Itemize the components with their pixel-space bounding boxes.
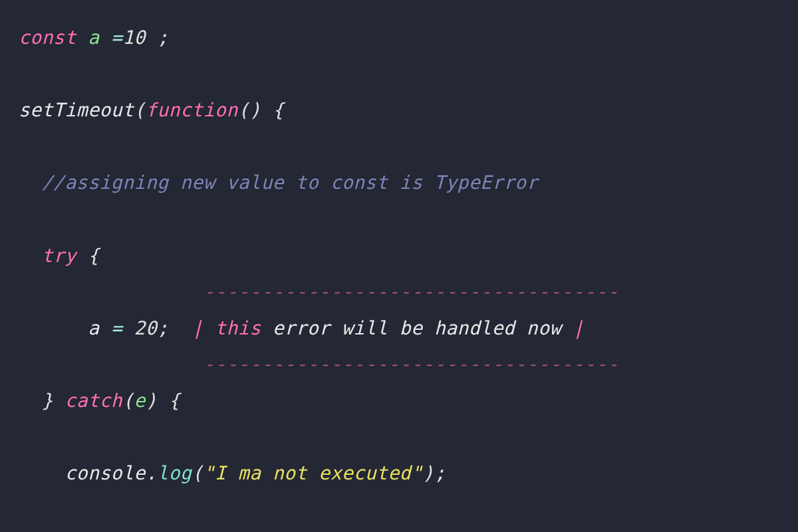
lbrace: {: [273, 99, 284, 121]
code-line-5: //assigning new value to const is TypeEr…: [19, 172, 538, 194]
parens: (): [238, 99, 261, 121]
comment-text: //assigning new value to const is TypeEr…: [42, 172, 538, 194]
lbrace: {: [88, 245, 99, 267]
code-line-13: console.log("I ma not executed");: [19, 462, 446, 484]
code-line-9: a = 20; | this error will be handled now…: [19, 317, 585, 339]
code-line-7: try {: [19, 245, 100, 267]
lparen: (: [122, 390, 134, 412]
keyword-try: try: [42, 245, 76, 267]
method-log: log: [157, 462, 192, 484]
rparen: ): [423, 462, 434, 484]
annotation-border-top: ------------------------------------: [19, 281, 619, 303]
keyword-catch: catch: [65, 390, 122, 412]
string-literal: "I ma not executed": [203, 462, 423, 484]
semicolon: ;: [157, 317, 168, 339]
code-line-3: setTimeout(function() {: [19, 99, 284, 121]
annotation-border-bottom: ------------------------------------: [19, 353, 619, 375]
keyword-const: const: [19, 27, 76, 49]
number-literal: 20: [134, 317, 158, 339]
operator-equals: =: [111, 27, 122, 49]
rparen: ): [146, 390, 157, 412]
obj-console: console: [65, 462, 146, 484]
keyword-function: function: [146, 99, 238, 121]
identifier-e: e: [134, 390, 146, 412]
identifier-a: a: [88, 317, 99, 339]
lparen: (: [192, 462, 203, 484]
lbrace: {: [169, 390, 180, 412]
operator-equals: =: [111, 317, 122, 339]
annotation-this: this: [215, 317, 261, 339]
code-block: const a =10 ; setTimeout(function() { //…: [19, 20, 779, 532]
identifier-a: a: [88, 27, 99, 49]
code-line-1: const a =10 ;: [19, 27, 169, 49]
annotation-dashes: ------------------------------------: [203, 353, 619, 375]
rbrace: }: [42, 390, 53, 412]
fn-settimeout: setTimeout: [19, 99, 134, 121]
lparen: (: [134, 99, 146, 121]
semicolon: ;: [157, 27, 168, 49]
number-literal: 10: [122, 27, 146, 49]
dot: .: [146, 462, 157, 484]
annotation-pipe: |: [192, 317, 215, 339]
code-line-11: } catch(e) {: [19, 390, 180, 412]
semicolon: ;: [434, 462, 446, 484]
annotation-text: error will be handled now: [261, 317, 573, 339]
annotation-dashes: ------------------------------------: [203, 281, 619, 303]
annotation-pipe: |: [573, 317, 584, 339]
